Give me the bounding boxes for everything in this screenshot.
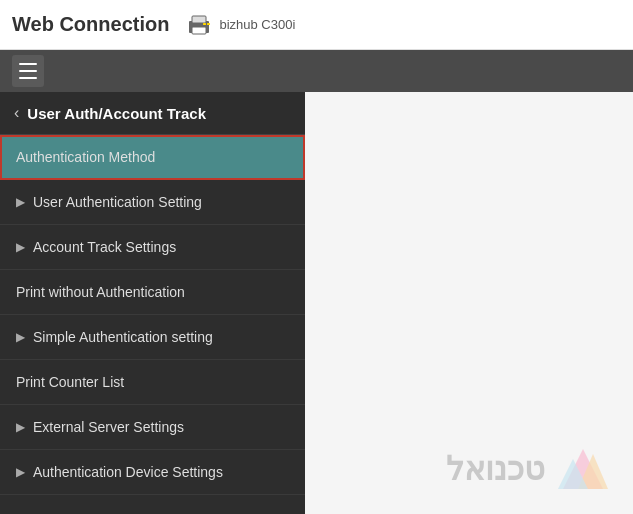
sidebar-item-label: Authentication Device Settings	[33, 464, 223, 480]
main-layout: ‹ User Auth/Account Track Authentication…	[0, 92, 633, 514]
sidebar-item-user-authentication-setting[interactable]: ▶User Authentication Setting	[0, 180, 305, 225]
device-info: bizhub C300i	[185, 13, 295, 37]
svg-rect-1	[192, 27, 206, 34]
sidebar-item-label: Print without Authentication	[16, 284, 185, 300]
sidebar-item-label: Print Counter List	[16, 374, 124, 390]
toolbar	[0, 50, 633, 92]
watermark-logo-icon	[553, 444, 613, 494]
svg-rect-3	[203, 23, 206, 25]
sidebar-item-simple-authentication-setting[interactable]: ▶Simple Authentication setting	[0, 315, 305, 360]
sidebar-item-label: User Authentication Setting	[33, 194, 202, 210]
sidebar-back-button[interactable]: ‹	[14, 104, 19, 122]
watermark-text: טכנואל	[446, 450, 545, 488]
sidebar-item-authentication-device-settings[interactable]: ▶Authentication Device Settings	[0, 450, 305, 495]
sidebar-item-authentication-method[interactable]: Authentication Method	[0, 135, 305, 180]
sidebar-item-account-track-settings[interactable]: ▶Account Track Settings	[0, 225, 305, 270]
hamburger-line-2	[19, 70, 37, 72]
sidebar-section-title: User Auth/Account Track	[27, 105, 206, 122]
sidebar-item-label: External Server Settings	[33, 419, 184, 435]
sidebar-item-print-counter-list[interactable]: Print Counter List	[0, 360, 305, 405]
sidebar-item-label: Simple Authentication setting	[33, 329, 213, 345]
chevron-right-icon: ▶	[16, 240, 25, 254]
header: Web Connection bizhub C300i	[0, 0, 633, 50]
svg-rect-2	[192, 16, 206, 23]
main-content: טכנואל	[305, 92, 633, 514]
sidebar-header: ‹ User Auth/Account Track	[0, 92, 305, 135]
sidebar-item-label: Authentication Method	[16, 149, 155, 165]
sidebar-item-print-without-authentication[interactable]: Print without Authentication	[0, 270, 305, 315]
sidebar-item-external-server-settings[interactable]: ▶External Server Settings	[0, 405, 305, 450]
watermark: טכנואל	[446, 444, 613, 494]
sidebar-item-label: Account Track Settings	[33, 239, 176, 255]
chevron-right-icon: ▶	[16, 330, 25, 344]
hamburger-line-1	[19, 63, 37, 65]
svg-rect-4	[207, 23, 210, 25]
hamburger-line-3	[19, 77, 37, 79]
printer-icon	[185, 13, 213, 37]
app-title: Web Connection	[12, 13, 169, 36]
hamburger-menu-button[interactable]	[12, 55, 44, 87]
sidebar: ‹ User Auth/Account Track Authentication…	[0, 92, 305, 514]
device-name: bizhub C300i	[219, 17, 295, 32]
chevron-right-icon: ▶	[16, 195, 25, 209]
chevron-right-icon: ▶	[16, 420, 25, 434]
sidebar-items-list: Authentication Method▶User Authenticatio…	[0, 135, 305, 495]
chevron-right-icon: ▶	[16, 465, 25, 479]
